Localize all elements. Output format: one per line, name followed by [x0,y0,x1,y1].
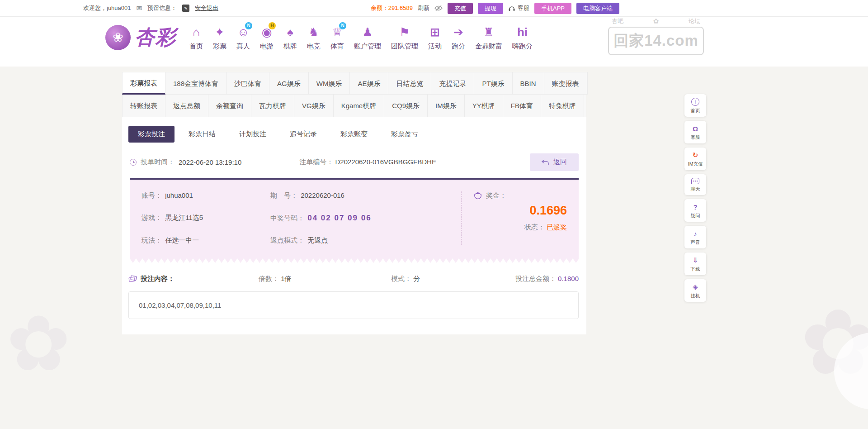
subtab-lottery-daily[interactable]: 彩票日结 [179,126,225,143]
site-logo[interactable]: ❀ 杏彩 [105,24,176,51]
withdraw-button[interactable]: 提现 [478,3,503,14]
side-label-customer-service: 客服 [691,134,700,140]
chess-cards-icon: ♠ [287,24,293,40]
subtab-lottery-profit-loss[interactable]: 彩票盈亏 [382,126,428,143]
tab-rebate-total[interactable]: 返点总额 [165,95,208,117]
nav-label-lottery: 彩票 [213,42,226,51]
customer-service-link[interactable]: 客服 [508,4,529,12]
nav-item-paofen[interactable]: ➔ 跑分 [447,24,470,51]
nav-item-lottery[interactable]: ✦ 彩票 [208,24,231,51]
nav-item-jinding-wealth[interactable]: ♜ 金鼎财富 [470,24,507,51]
play-type-cell: 玩法： 任选一中一 [142,236,270,245]
side-label-hangup: 挂机 [691,292,700,299]
bet-detail-panel: 账号： juhua001 期 号： 20220620-016 游戏： 黑龙江11… [130,178,579,258]
nav-label-team-management: 团队管理 [391,42,418,51]
tab-shaba-sport[interactable]: 沙巴体育 [226,72,269,95]
nav-label-jinding-wealth: 金鼎财富 [475,42,502,51]
eye-hidden-icon[interactable] [434,5,443,11]
question-icon: ? [693,203,697,211]
tab-daily-summary[interactable]: 日结总览 [388,72,431,95]
paofen-icon: ➔ [453,24,463,40]
pc-client-button[interactable]: 电脑客户端 [576,3,619,14]
side-item-home[interactable]: ↑ 首页 [684,94,706,117]
bet-mode: 模式： 分 [391,275,515,283]
nav-item-hi-paofen[interactable]: hi 嗨跑分 [507,24,538,51]
tab-balance-query[interactable]: 余额查询 [208,95,251,117]
side-label-sound: 声音 [691,239,700,245]
reserved-info-label: 预留信息： [147,4,177,12]
welcome-text: 欢迎您，juhua001 [83,4,131,12]
side-item-download[interactable]: ⇓ 下载 [684,253,706,275]
tab-wm-entertainment[interactable]: WM娱乐 [309,72,350,95]
order-time-label: 投单时间： [141,158,175,167]
side-item-question[interactable]: ? 疑问 [684,199,706,222]
tab-lottery-report[interactable]: 彩票报表 [122,72,165,95]
side-item-sound[interactable]: ♪ 声音 [684,226,706,248]
tab-fb-sport[interactable]: FB体育 [503,95,541,117]
bet-mode-value: 分 [413,275,420,282]
tab-tetu-chess[interactable]: 特兔棋牌 [541,95,584,117]
nav-item-activity[interactable]: ⊞ 活动 [423,24,447,51]
edit-icon[interactable]: ✎ [182,5,189,12]
tab-188-sport[interactable]: 188金宝博体育 [165,72,226,95]
tab-kgame-chess[interactable]: Kgame棋牌 [334,95,385,117]
tab-pt-entertainment[interactable]: PT娱乐 [474,72,512,95]
side-label-home: 首页 [691,107,700,114]
tab-deposit-withdraw-records[interactable]: 充提记录 [431,72,474,95]
decorative-flower: ✿ [6,299,71,388]
subtab-lottery-account-change[interactable]: 彩票账变 [331,126,377,143]
tab-cq9-entertainment[interactable]: CQ9娱乐 [384,95,428,117]
top-bar: 欢迎您，juhua001 ✉ 预留信息： ✎ 安全退出 余额：291.6589 … [0,0,868,17]
envelope-icon[interactable]: ✉ [137,4,142,12]
winning-numbers-label: 中奖号码： [270,214,304,222]
tab-wali-chess[interactable]: 瓦力棋牌 [251,95,294,117]
nav-item-esports[interactable]: ♞ 电竞 [302,24,326,51]
nav-item-chess-cards[interactable]: ♠ 棋牌 [278,24,302,51]
floating-side-toolbar: ↑ 首页 Ω 客服 ↻ IM充值 ⋯ 聊天 ? 疑问 ♪ 声音 ⇓ 下载 ◈ 挂… [684,94,706,302]
bet-total-value: 0.1800 [558,275,579,282]
tab-transfer-report[interactable]: 转账报表 [122,95,165,117]
nav-item-home[interactable]: ⌂ 首页 [184,24,208,51]
nav-item-team-management[interactable]: ⚑ 团队管理 [386,24,423,51]
logout-link[interactable]: 安全退出 [195,4,218,12]
winning-numbers-cell: 中奖号码： 04 02 07 09 06 [270,214,461,223]
prize-row: 奖金： [473,191,567,200]
nav-item-egames[interactable]: H ◉ 电游 [255,24,278,51]
tab-ag-entertainment[interactable]: AG娱乐 [269,72,309,95]
esports-icon: ♞ [308,24,319,40]
lottery-subtabs: 彩票投注 彩票日结 计划投注 追号记录 彩票账变 彩票盈亏 [122,117,586,143]
mobile-app-button[interactable]: 手机APP [534,3,571,14]
order-time: 投单时间： 2022-06-20 13:19:10 [130,158,241,167]
flower-icon: ✿ [653,17,659,25]
side-item-im-recharge[interactable]: ↻ IM充值 [684,148,706,170]
recharge-button[interactable]: 充值 [448,3,473,14]
nav-item-live[interactable]: N ☺ 真人 [231,24,255,51]
tab-yy-chess[interactable]: YY棋牌 [465,95,503,117]
top-bar-inner: 欢迎您，juhua001 ✉ 预留信息： ✎ 安全退出 余额：291.6589 … [83,3,619,14]
subtab-plan-bet[interactable]: 计划投注 [230,126,276,143]
status-label: 状态： [524,223,545,231]
nav-label-egames: 电游 [260,42,274,51]
order-info-row: 投单时间： 2022-06-20 13:19:10 注单编号： D2022062… [122,143,586,171]
side-item-hangup[interactable]: ◈ 挂机 [684,279,706,302]
speaker-icon: ♪ [693,229,697,238]
header-inner: ❀ 杏彩 ⌂ 首页 ✦ 彩票 N ☺ 真人 H ◉ 电游 ♠ [0,17,868,51]
tab-bbin[interactable]: BBIN [513,72,544,95]
tab-ae-entertainment[interactable]: AE娱乐 [350,72,388,95]
diamond-icon: ◈ [693,283,698,291]
side-item-customer-service[interactable]: Ω 客服 [684,121,706,143]
subtab-chase-records[interactable]: 追号记录 [280,126,326,143]
subtab-lottery-bet[interactable]: 彩票投注 [128,126,175,143]
nav-item-account-management[interactable]: ♟ 账户管理 [349,24,386,51]
back-button[interactable]: 返回 [530,153,579,171]
tab-account-change-report[interactable]: 账变报表 [544,72,587,95]
nav-item-sports[interactable]: N ♕ 体育 [326,24,349,51]
cloud-download-icon: ⇓ [693,256,698,264]
refresh-icon: ↻ [693,151,698,159]
tab-vg-entertainment[interactable]: VG娱乐 [294,95,334,117]
side-label-question: 疑问 [691,212,700,219]
tab-im-entertainment[interactable]: IM娱乐 [428,95,465,117]
refresh-link[interactable]: 刷新 [418,4,429,12]
account-icon: ♟ [362,24,373,40]
side-item-chat[interactable]: ⋯ 聊天 [684,174,706,195]
